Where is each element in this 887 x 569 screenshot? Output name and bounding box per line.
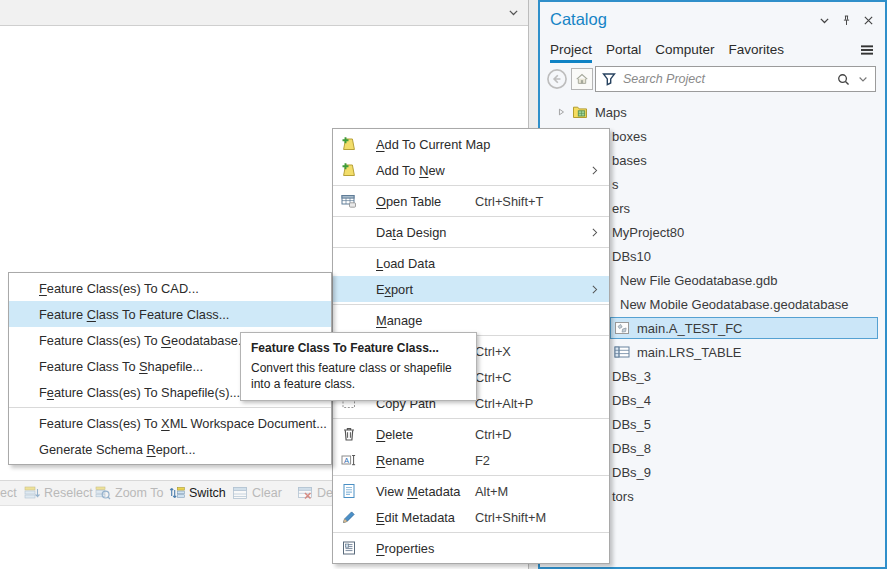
tree-item-label: DBs_9 bbox=[612, 465, 651, 480]
tree-item-tors[interactable]: tors bbox=[612, 484, 634, 508]
menu-item-label: Generate Schema Report... bbox=[39, 442, 196, 457]
pane-menu-chevron-icon[interactable] bbox=[507, 6, 520, 19]
tree-item-label: s bbox=[612, 177, 619, 192]
menu-item-add-to-current-map[interactable]: Add To Current Map bbox=[333, 131, 609, 157]
open-table-icon bbox=[341, 193, 357, 209]
map-pane-header-strip bbox=[0, 0, 528, 26]
tree-item-maps[interactable]: Maps bbox=[556, 100, 627, 124]
add-to-map-icon-slot bbox=[341, 162, 365, 178]
delete-icon-slot bbox=[341, 426, 365, 442]
menu-item-delete[interactable]: DeleteCtrl+D bbox=[333, 421, 609, 447]
panel-collapse-icon[interactable] bbox=[818, 14, 831, 27]
tree-item-label: DBs_3 bbox=[612, 369, 651, 384]
menu-separator bbox=[333, 216, 609, 217]
tree-item-bases[interactable]: bases bbox=[612, 148, 647, 172]
menu-item-view-metadata[interactable]: View MetadataAlt+M bbox=[333, 478, 609, 504]
tab-portal[interactable]: Portal bbox=[606, 42, 641, 57]
menu-separator bbox=[9, 407, 331, 408]
menu-item-edit-metadata[interactable]: Edit MetadataCtrl+Shift+M bbox=[333, 504, 609, 530]
tree-item-label: New Mobile Geodatabase.geodatabase bbox=[620, 297, 848, 312]
home-button[interactable] bbox=[571, 68, 593, 90]
panel-close-icon[interactable] bbox=[862, 14, 875, 27]
tree-item-dbs-8[interactable]: DBs_8 bbox=[612, 436, 651, 460]
menu-item-label: Edit Metadata bbox=[376, 510, 455, 525]
menu-item-feature-class-to-feature-class[interactable]: Feature Class To Feature Class... bbox=[9, 301, 331, 327]
menu-item-manage[interactable]: Manage bbox=[333, 307, 609, 333]
rename-icon-slot: A bbox=[341, 452, 365, 468]
tree-item-s[interactable]: s bbox=[612, 172, 619, 196]
menu-shortcut: F2 bbox=[475, 453, 490, 468]
toolbar-button-switch[interactable]: Switch bbox=[169, 481, 226, 505]
menu-item-generate-schema-report[interactable]: Generate Schema Report... bbox=[9, 436, 331, 462]
tree-item-dbs-4[interactable]: DBs_4 bbox=[612, 388, 651, 412]
tree-item-label: DBs_8 bbox=[612, 441, 651, 456]
search-options-chevron-icon[interactable] bbox=[857, 73, 869, 85]
add-to-map-icon bbox=[341, 162, 357, 178]
tree-item-myproject80[interactable]: MyProject80 bbox=[612, 220, 684, 244]
search-input[interactable] bbox=[621, 71, 836, 87]
edit-metadata-icon bbox=[341, 509, 357, 525]
tab-computer[interactable]: Computer bbox=[655, 42, 714, 57]
catalog-search-row bbox=[546, 66, 876, 92]
delete-selection-icon bbox=[297, 485, 313, 501]
blank-icon-slot bbox=[341, 312, 365, 328]
menu-item-label: Add To Current Map bbox=[376, 137, 490, 152]
submenu-arrow-icon bbox=[588, 283, 601, 296]
folder-map-icon bbox=[572, 104, 588, 120]
tree-item-dbs10[interactable]: DBs10 bbox=[612, 244, 651, 268]
menu-item-label: Export bbox=[376, 282, 413, 297]
menu-shortcut: Ctrl+Shift+T bbox=[475, 194, 543, 209]
tree-item-label: New File Geodatabase.gdb bbox=[620, 273, 778, 288]
tree-item-new-mobile-geodatabase-geodatabase[interactable]: New Mobile Geodatabase.geodatabase bbox=[620, 292, 848, 316]
tree-item-boxes[interactable]: boxes bbox=[612, 124, 647, 148]
menu-item-add-to-new[interactable]: Add To New bbox=[333, 157, 609, 183]
menu-shortcut: Ctrl+D bbox=[475, 427, 512, 442]
menu-item-data-design[interactable]: Data Design bbox=[333, 219, 609, 245]
menu-separator bbox=[333, 532, 609, 533]
switch-icon bbox=[169, 485, 185, 501]
delete-icon bbox=[341, 426, 357, 442]
feature-class-icon bbox=[614, 320, 630, 336]
menu-item-label: Manage bbox=[376, 313, 422, 328]
panel-title: Catalog bbox=[550, 10, 607, 29]
tree-item-main-a-test-fc[interactable]: main.A_TEST_FC bbox=[614, 316, 742, 340]
properties-icon bbox=[341, 540, 357, 556]
back-icon[interactable] bbox=[546, 68, 568, 90]
panel-menu-icon[interactable] bbox=[859, 42, 875, 58]
panel-pin-icon[interactable] bbox=[840, 14, 853, 27]
filter-icon[interactable] bbox=[601, 71, 617, 87]
tab-favorites[interactable]: Favorites bbox=[729, 42, 785, 57]
tooltip: Feature Class To Feature Class... Conver… bbox=[240, 332, 477, 401]
menu-separator bbox=[333, 185, 609, 186]
toolbar-button-label: Reselect bbox=[44, 486, 93, 500]
tab-project[interactable]: Project bbox=[550, 42, 592, 63]
search-icon[interactable] bbox=[836, 72, 851, 87]
tree-item-ers[interactable]: ers bbox=[612, 196, 630, 220]
menu-shortcut: Alt+M bbox=[475, 484, 508, 499]
menu-item-feature-class-es-to-xml-workspace-document[interactable]: Feature Class(es) To XML Workspace Docum… bbox=[9, 410, 331, 436]
menu-item-rename[interactable]: ARenameF2 bbox=[333, 447, 609, 473]
tree-item-label: bases bbox=[612, 153, 647, 168]
tree-item-dbs-3[interactable]: DBs_3 bbox=[612, 364, 651, 388]
tree-item-label: ers bbox=[612, 201, 630, 216]
properties-icon-slot bbox=[341, 540, 365, 556]
open-table-icon-slot bbox=[341, 193, 365, 209]
menu-item-label: Feature Class(es) To XML Workspace Docum… bbox=[39, 416, 327, 431]
menu-item-properties[interactable]: Properties bbox=[333, 535, 609, 561]
view-metadata-icon bbox=[341, 483, 357, 499]
edit-metadata-icon-slot bbox=[341, 509, 365, 525]
menu-item-export[interactable]: Export bbox=[333, 276, 609, 302]
menu-item-feature-class-es-to-cad[interactable]: Feature Class(es) To CAD... bbox=[9, 275, 331, 301]
toolbar-button-label: Clear bbox=[252, 486, 282, 500]
toolbar-button-reselect: Reselect bbox=[24, 481, 93, 505]
menu-item-load-data[interactable]: Load Data bbox=[333, 250, 609, 276]
tree-item-dbs-5[interactable]: DBs_5 bbox=[612, 412, 651, 436]
zoom-to-icon bbox=[95, 485, 111, 501]
table-icon bbox=[614, 344, 630, 360]
menu-item-label: Rename bbox=[376, 453, 424, 468]
menu-item-open-table[interactable]: Open TableCtrl+Shift+T bbox=[333, 188, 609, 214]
tree-item-label: tors bbox=[612, 489, 634, 504]
tree-item-new-file-geodatabase-gdb[interactable]: New File Geodatabase.gdb bbox=[620, 268, 778, 292]
tree-item-main-lrs-table[interactable]: main.LRS_TABLE bbox=[614, 340, 742, 364]
tree-item-dbs-9[interactable]: DBs_9 bbox=[612, 460, 651, 484]
